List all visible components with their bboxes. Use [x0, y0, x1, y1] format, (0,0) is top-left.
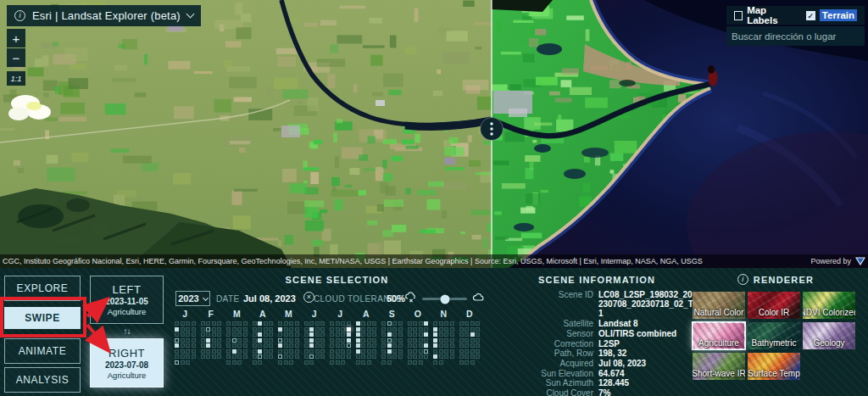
calendar-day-cell[interactable] [232, 343, 236, 348]
mode-analysis-button[interactable]: ANALYSIS [4, 367, 81, 393]
calendar-day-cell[interactable] [367, 349, 371, 354]
calendar-day-cell[interactable] [243, 321, 248, 326]
calendar-day-cell[interactable] [175, 354, 179, 359]
calendar-day-cell[interactable] [398, 332, 403, 337]
calendar-day-cell[interactable] [347, 354, 351, 359]
calendar-day-cell[interactable] [470, 332, 475, 337]
calendar-day-cell[interactable] [392, 343, 397, 348]
calendar-day-cell[interactable] [459, 321, 464, 326]
calendar-day-cell[interactable] [476, 349, 480, 354]
calendar-day-cell[interactable] [450, 332, 454, 337]
calendar-day-cell[interactable] [309, 332, 314, 337]
calendar-day-cell[interactable] [408, 354, 412, 359]
calendar-day-cell[interactable] [341, 338, 345, 343]
calendar-day-cell[interactable] [330, 321, 334, 326]
calendar-day-cell[interactable] [356, 354, 360, 359]
calendar-day-cell[interactable] [217, 343, 221, 348]
calendar-day-cell[interactable] [226, 349, 231, 354]
calendar-day-cell[interactable] [372, 327, 376, 332]
calendar-day-cell[interactable] [269, 338, 273, 343]
calendar-day-cell[interactable] [392, 338, 397, 343]
calendar-day-cell[interactable] [361, 349, 365, 354]
calendar-day-cell[interactable] [356, 338, 360, 343]
calendar-day-cell[interactable] [381, 360, 386, 365]
calendar-day-cell[interactable] [424, 338, 428, 343]
calendar-day-cell[interactable] [341, 327, 345, 332]
calendar-day-cell[interactable] [387, 321, 392, 326]
calendar-day-cell[interactable] [433, 354, 437, 359]
calendar-day-cell[interactable] [186, 327, 190, 332]
calendar-day-cell[interactable] [237, 327, 242, 332]
calendar-day-cell[interactable] [450, 354, 454, 359]
calendar-day-cell[interactable] [433, 360, 437, 365]
calendar-day-cell[interactable] [387, 354, 392, 359]
calendar-day-cell[interactable] [439, 343, 443, 348]
calendar-day-cell[interactable] [295, 354, 299, 359]
calendar-day-cell[interactable] [392, 327, 397, 332]
calendar-day-cell[interactable] [336, 354, 340, 359]
calendar-day-cell[interactable] [304, 360, 309, 365]
calendar-day-cell[interactable] [439, 349, 443, 354]
calendar-day-cell[interactable] [309, 349, 314, 354]
calendar-day-cell[interactable] [450, 321, 454, 326]
calendar-day-cell[interactable] [212, 327, 216, 332]
calendar-day-cell[interactable] [398, 349, 403, 354]
calendar-day-cell[interactable] [433, 343, 437, 348]
calendar-day-cell[interactable] [289, 332, 293, 337]
calendar-day-cell[interactable] [450, 343, 454, 348]
calendar-day-cell[interactable] [237, 332, 242, 337]
calendar-day-cell[interactable] [278, 338, 282, 343]
calendar-day-cell[interactable] [269, 321, 273, 326]
calendar-day-cell[interactable] [356, 327, 360, 332]
calendar-day-cell[interactable] [217, 332, 221, 337]
calendar-day-cell[interactable] [201, 354, 205, 359]
calendar-day-cell[interactable] [278, 321, 282, 326]
calendar-day-cell[interactable] [419, 338, 423, 343]
calendar-day-cell[interactable] [315, 354, 320, 359]
calendar-day-cell[interactable] [284, 338, 288, 343]
calendar-day-cell[interactable] [459, 360, 464, 365]
calendar-day-cell[interactable] [336, 327, 340, 332]
calendar-day-cell[interactable] [243, 332, 248, 337]
calendar-day-cell[interactable] [439, 327, 443, 332]
calendar-day-cell[interactable] [253, 354, 257, 359]
calendar-day-cell[interactable] [459, 327, 464, 332]
calendar-day-cell[interactable] [347, 327, 351, 332]
calendar-day-cell[interactable] [217, 321, 221, 326]
calendar-day-cell[interactable] [372, 338, 376, 343]
calendar-day-cell[interactable] [309, 343, 314, 348]
calendar-day-cell[interactable] [206, 343, 210, 348]
calendar-day-cell[interactable] [444, 343, 448, 348]
swipe-left-scene-button[interactable]: LEFT 2023-11-05 Agriculture [90, 276, 164, 324]
search-input[interactable] [726, 31, 867, 42]
calendar-day-cell[interactable] [304, 343, 309, 348]
calendar-day-cell[interactable] [433, 332, 437, 337]
calendar-day-cell[interactable] [419, 321, 423, 326]
calendar-day-cell[interactable] [309, 338, 314, 343]
calendar-day-cell[interactable] [304, 332, 309, 337]
calendar-day-cell[interactable] [289, 321, 293, 326]
calendar-day-cell[interactable] [253, 343, 257, 348]
calendar-day-cell[interactable] [419, 354, 423, 359]
calendar-day-cell[interactable] [181, 321, 185, 326]
attribution-expand-icon[interactable] [853, 254, 868, 268]
calendar-day-cell[interactable] [341, 343, 345, 348]
calendar-day-cell[interactable] [387, 338, 392, 343]
calendar-day-cell[interactable] [232, 338, 236, 343]
calendar-day-cell[interactable] [258, 354, 262, 359]
calendar-day-cell[interactable] [444, 327, 448, 332]
calendar-day-cell[interactable] [347, 321, 351, 326]
calendar-day-cell[interactable] [217, 349, 221, 354]
calendar-day-cell[interactable] [347, 338, 351, 343]
calendar-day-cell[interactable] [361, 354, 365, 359]
calendar-day-cell[interactable] [284, 349, 288, 354]
calendar-day-cell[interactable] [181, 349, 185, 354]
calendar-day-cell[interactable] [330, 349, 334, 354]
calendar-day-cell[interactable] [309, 321, 314, 326]
calendar-day-cell[interactable] [226, 332, 231, 337]
calendar-day-cell[interactable] [295, 332, 299, 337]
calendar-day-cell[interactable] [450, 349, 454, 354]
calendar-day-cell[interactable] [289, 360, 293, 365]
calendar-day-cell[interactable] [289, 327, 293, 332]
calendar-day-cell[interactable] [186, 349, 190, 354]
